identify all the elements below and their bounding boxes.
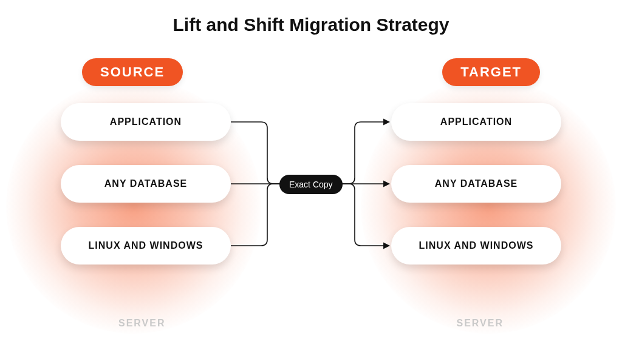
source-item-database: ANY DATABASE (61, 165, 231, 203)
target-item-os: LINUX AND WINDOWS (391, 227, 561, 265)
source-item-os: LINUX AND WINDOWS (61, 227, 231, 265)
source-stack: APPLICATION ANY DATABASE LINUX AND WINDO… (61, 103, 231, 265)
source-footer: SERVER (118, 318, 166, 329)
diagram-title: Lift and Shift Migration Strategy (0, 15, 622, 35)
target-badge: TARGET (442, 58, 540, 86)
source-badge: SOURCE (82, 58, 183, 86)
target-item-database: ANY DATABASE (391, 165, 561, 203)
target-footer: SERVER (456, 318, 504, 329)
source-item-application: APPLICATION (61, 103, 231, 141)
target-stack: APPLICATION ANY DATABASE LINUX AND WINDO… (391, 103, 561, 265)
target-item-application: APPLICATION (391, 103, 561, 141)
center-label: Exact Copy (279, 175, 343, 194)
